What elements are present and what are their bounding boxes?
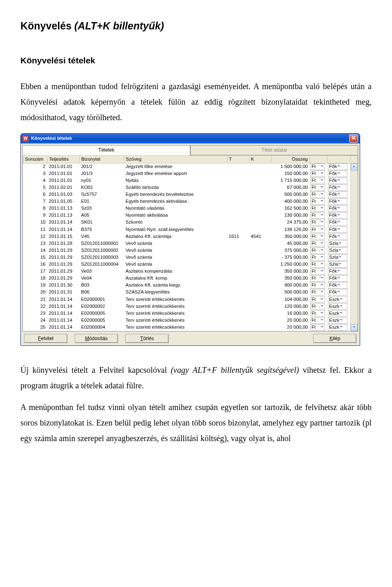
type-dropdown[interactable]: Fők: [328, 282, 347, 289]
table-row[interactable]: 252011.01.14E02000004Terv szerinti érték…: [23, 324, 358, 331]
cell-bizonylat: B06: [80, 289, 124, 296]
unit-dropdown[interactable]: Ft: [310, 303, 325, 310]
table-row[interactable]: 242011.01.14E02000005Terv szerinti érték…: [23, 317, 358, 324]
unit-dropdown[interactable]: Ft: [310, 324, 325, 331]
table-row[interactable]: 92011.01.13A05Nyomtató aktiválása130 000…: [23, 212, 358, 219]
type-dropdown[interactable]: Fők: [328, 212, 347, 219]
table-row[interactable]: 72011.01.05E01Egyéb berendezés aktiválás…: [23, 198, 358, 205]
type-dropdown[interactable]: Fők: [328, 191, 347, 198]
type-dropdown[interactable]: Szla: [328, 247, 347, 254]
unit-dropdown[interactable]: Ft: [310, 261, 325, 268]
type-dropdown[interactable]: Eszk: [328, 303, 347, 310]
tab-tetelek[interactable]: Tételek: [22, 145, 190, 155]
torles-button[interactable]: Törlés: [125, 334, 169, 343]
type-dropdown[interactable]: Fők: [328, 268, 347, 275]
scrollbar[interactable]: [350, 163, 358, 331]
table-row[interactable]: 192011.01.30B03Asztalos Kft. számla kieg…: [23, 282, 358, 289]
scroll-up-button[interactable]: [351, 164, 358, 170]
table-row[interactable]: 102011.01.14SK01Szkontó24 375,00FtFők: [23, 219, 358, 226]
type-dropdown[interactable]: Fők: [328, 289, 347, 296]
type-dropdown[interactable]: Fők: [328, 184, 347, 191]
type-dropdown[interactable]: Fők: [328, 219, 347, 226]
col-osszeg[interactable]: Összeg: [271, 155, 310, 163]
col-k[interactable]: K: [249, 155, 271, 163]
type-dropdown[interactable]: Eszk: [328, 310, 347, 317]
type-dropdown[interactable]: Eszk: [328, 317, 347, 324]
type-dropdown[interactable]: Fők: [328, 233, 347, 240]
cell-teljesites: 2011.01.14: [47, 303, 80, 310]
table-row[interactable]: 202011.01.31B06SZASZA kiegyenlítés500 00…: [23, 289, 358, 296]
table-row[interactable]: 182011.01.29Ve04Aszatalos Kft. komp.350 …: [23, 275, 358, 282]
unit-dropdown[interactable]: Ft: [310, 198, 325, 205]
scroll-down-button[interactable]: [351, 324, 358, 331]
table-row[interactable]: 82011.01.13Sz03Nyomtató vásárlás162 500,…: [23, 205, 358, 212]
table-row[interactable]: 22011.01.01J01/2Jegyzett tőke emelése1 5…: [23, 163, 358, 170]
type-dropdown[interactable]: Fők: [328, 177, 347, 184]
unit-dropdown[interactable]: Ft: [310, 247, 325, 254]
table-row[interactable]: 62011.01.03Sz5757Egyéb berendezés bevéte…: [23, 191, 358, 198]
table-row[interactable]: 122011.01.15V45Asztalos Kft. számlája161…: [23, 233, 358, 240]
modositas-button[interactable]: Módosítás: [75, 334, 118, 343]
type-dropdown[interactable]: Fők: [328, 164, 347, 170]
cell-teljesites: 2011.01.31: [47, 289, 80, 296]
type-dropdown[interactable]: Szla: [328, 254, 347, 261]
table-row[interactable]: 52011.02.01KO01Szállító tartozás67 000,0…: [23, 184, 358, 191]
cell-szoveg: Terv szerinti értékcsökkenés: [124, 296, 227, 303]
unit-dropdown[interactable]: Ft: [310, 212, 325, 219]
table-row[interactable]: 152011.01.29SZ012011000003Vevő számla- 3…: [23, 254, 358, 261]
table-row[interactable]: 162011.01.29SZ012011000004Vevő számla1 2…: [23, 261, 358, 268]
unit-dropdown[interactable]: Ft: [310, 226, 325, 233]
unit-dropdown[interactable]: Ft: [310, 296, 325, 303]
type-dropdown[interactable]: Szla: [328, 240, 347, 247]
table-row[interactable]: 42011.01.01ny01Nyitás1 715 000,00FtFők: [23, 177, 358, 184]
unit-dropdown[interactable]: Ft: [310, 282, 325, 289]
col-t[interactable]: T: [227, 155, 249, 163]
type-dropdown[interactable]: Fők: [328, 170, 347, 177]
cell-sorszam: 13: [23, 240, 47, 247]
cell-unit: Ft: [310, 268, 327, 275]
type-dropdown[interactable]: Fők: [328, 226, 347, 233]
type-dropdown[interactable]: Eszk: [328, 296, 347, 303]
window-titlebar[interactable]: W Könyvelési tételek: [21, 134, 360, 143]
unit-dropdown[interactable]: Ft: [310, 275, 325, 282]
table-row[interactable]: 112011.01.14B375Nyomtató Nyrt. száll.kie…: [23, 226, 358, 233]
col-bizonylat[interactable]: Bizonylat: [80, 155, 124, 163]
col-sorszam[interactable]: Sorszám: [23, 155, 47, 163]
type-dropdown[interactable]: Fők: [328, 275, 347, 282]
close-button[interactable]: [349, 134, 358, 143]
unit-dropdown[interactable]: Ft: [310, 219, 325, 226]
unit-dropdown[interactable]: Ft: [310, 170, 325, 177]
unit-dropdown[interactable]: Ft: [310, 191, 325, 198]
unit-dropdown[interactable]: Ft: [310, 184, 325, 191]
kilep-button[interactable]: Kilép: [313, 334, 356, 343]
unit-dropdown[interactable]: Ft: [310, 268, 325, 275]
table-row[interactable]: 172011.01.29Ve03Asztalos kompenzálás350 …: [23, 268, 358, 275]
chevron-down-icon: [320, 289, 324, 295]
col-teljesites[interactable]: Teljesítés: [47, 155, 80, 163]
table-row[interactable]: 32011.01.01J01/3Jegyzett tőke emelése ap…: [23, 170, 358, 177]
unit-dropdown[interactable]: Ft: [310, 177, 325, 184]
type-dropdown[interactable]: Szla: [328, 261, 347, 268]
tab-tetel-adatai[interactable]: Tétel adatai: [190, 145, 358, 155]
chevron-down-icon: [352, 325, 356, 330]
unit-dropdown[interactable]: Ft: [310, 310, 325, 317]
table-row[interactable]: 222011.01.14E02000002Terv szerinti érték…: [23, 303, 358, 310]
table-row[interactable]: 232011.01.14E02000005Terv szerinti érték…: [23, 310, 358, 317]
unit-dropdown[interactable]: Ft: [310, 233, 325, 240]
col-szoveg[interactable]: Szöveg: [124, 155, 227, 163]
table-row[interactable]: 142011.01.29SZ012011000002Vevő számla375…: [23, 247, 358, 254]
unit-dropdown[interactable]: Ft: [310, 254, 325, 261]
unit-dropdown[interactable]: Ft: [310, 164, 325, 170]
unit-dropdown[interactable]: Ft: [310, 289, 325, 296]
unit-dropdown[interactable]: Ft: [310, 205, 325, 212]
table-row[interactable]: 212011.01.14E02000001Terv szerinti érték…: [23, 296, 358, 303]
type-dropdown[interactable]: Fők: [328, 205, 347, 212]
felvitel-button[interactable]: Felvitel: [24, 334, 67, 343]
unit-dropdown[interactable]: Ft: [310, 240, 325, 247]
type-dropdown[interactable]: Fők: [328, 198, 347, 205]
cell-sorszam: 11: [23, 226, 47, 233]
type-dropdown[interactable]: Eszk: [328, 324, 347, 331]
table-row[interactable]: 132011.01.28SZ012011000001Vevő számla45 …: [23, 240, 358, 247]
unit-dropdown[interactable]: Ft: [310, 317, 325, 324]
chevron-down-icon: [339, 311, 343, 316]
